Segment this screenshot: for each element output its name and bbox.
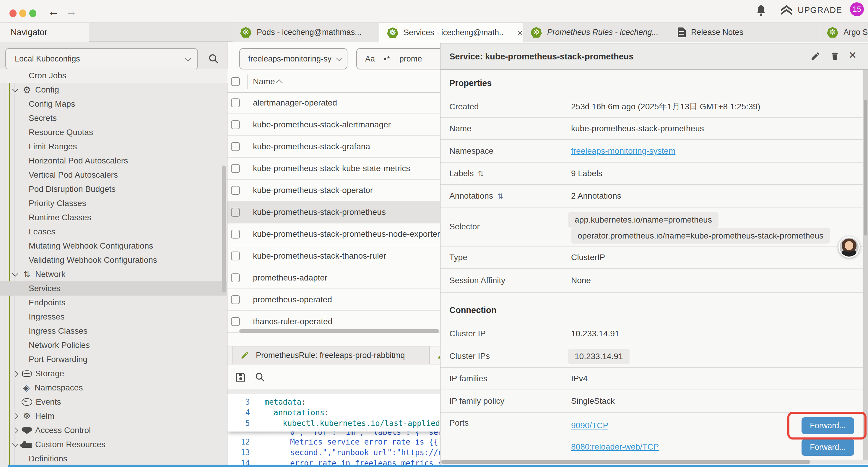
namespace-link[interactable]: freeleaps-monitoring-system	[571, 146, 675, 156]
sidebar-item-port-forwarding[interactable]: Port Forwarding	[0, 352, 227, 367]
bell-icon[interactable]	[756, 5, 766, 17]
window-minimize-button[interactable]	[19, 9, 26, 17]
trash-icon[interactable]	[830, 51, 840, 61]
tab-services[interactable]: Services - icecheng@math...	[379, 23, 523, 42]
sidebar-item-pod-disruption-budgets[interactable]: Pod Disruption Budgets	[0, 182, 227, 196]
namespace-select[interactable]: freeleaps-monitoring-system	[239, 48, 347, 69]
row-checkbox[interactable]	[231, 120, 240, 129]
sort-ascending-icon[interactable]	[276, 80, 282, 86]
row-checkbox[interactable]	[231, 164, 240, 173]
sidebar-item-endpoints[interactable]: Endpoints	[0, 296, 227, 310]
table-row[interactable]: kube-prometheus-stack-thanos-ruler	[227, 245, 440, 267]
forward-button[interactable]: Forward...	[802, 439, 854, 456]
sidebar-item-access-control[interactable]: Access Control	[0, 423, 227, 437]
edit-pencil-icon[interactable]	[810, 51, 820, 61]
sidebar-item-config-maps[interactable]: Config Maps	[0, 97, 227, 111]
editor-tab-next[interactable]	[429, 346, 440, 364]
window-zoom-button[interactable]	[29, 9, 36, 17]
tab-release-notes[interactable]: Release Notes	[670, 23, 819, 42]
table-row[interactable]: kube-prometheus-stack-prometheus	[227, 202, 440, 224]
name-column-header[interactable]: Name	[253, 71, 275, 92]
sidebar-item-cron-jobs[interactable]: Cron Jobs	[0, 68, 227, 83]
chevron-down-icon[interactable]	[12, 86, 18, 92]
sidebar-item-services[interactable]: Services	[0, 282, 227, 296]
navigator-tab[interactable]: Navigator	[0, 23, 89, 42]
expand-collapse-icon[interactable]	[478, 169, 484, 178]
tab-pods[interactable]: Pods - icecheng@mathmas...	[232, 23, 379, 42]
scrollbar-thumb[interactable]	[864, 99, 867, 236]
sidebar-item-mutating-webhook-configurations[interactable]: Mutating Webhook Configurations	[0, 239, 227, 253]
sidebar-item-resource-quotas[interactable]: Resource Quotas	[0, 125, 227, 140]
sidebar-item-ingresses[interactable]: Ingresses	[0, 310, 227, 324]
close-icon[interactable]	[849, 48, 857, 62]
table-row[interactable]: kube-prometheus-stack-kube-state-metrics	[227, 158, 440, 180]
chevron-right-icon[interactable]	[12, 413, 18, 419]
sidebar-item-network[interactable]: Network	[0, 267, 227, 282]
notification-badge[interactable]: 15	[850, 2, 864, 16]
sidebar-item-secrets[interactable]: Secrets	[0, 111, 227, 125]
chevron-down-icon[interactable]	[12, 440, 18, 447]
code-link[interactable]: https://netdata.freeleaps.com	[401, 448, 440, 457]
detail-vertical-scrollbar[interactable]	[863, 70, 868, 460]
match-case-icon[interactable]: Aa	[365, 54, 375, 63]
chevron-down-icon[interactable]	[12, 270, 18, 276]
filter-search-input[interactable]: Aa ▪* prome	[356, 48, 440, 69]
chevron-right-icon[interactable]	[12, 427, 18, 433]
sidebar-item-runtime-classes[interactable]: Runtime Classes	[0, 210, 227, 225]
forward-arrow-icon[interactable]	[66, 6, 77, 17]
sidebar-scrollbar[interactable]	[222, 166, 226, 293]
editor-tab-prometheusrule[interactable]: PrometheusRule: freeleaps-prod-rabbitmq	[232, 346, 429, 364]
chevron-right-icon[interactable]	[12, 370, 18, 377]
sidebar-item-custom-resources[interactable]: Custom Resources	[0, 437, 227, 451]
row-checkbox[interactable]	[231, 317, 240, 326]
editor-search-icon[interactable]	[255, 372, 265, 382]
row-checkbox[interactable]	[231, 252, 240, 260]
tab-argo[interactable]: Argo Se	[819, 23, 868, 42]
sidebar-item-network-policies[interactable]: Network Policies	[0, 338, 227, 352]
sidebar-item-events[interactable]: Events	[0, 395, 227, 409]
select-all-checkbox[interactable]	[231, 77, 240, 86]
row-checkbox[interactable]	[231, 208, 240, 217]
scrollbar-thumb[interactable]	[441, 460, 810, 464]
table-row[interactable]: prometheus-adapter	[227, 267, 440, 289]
table-row[interactable]: kube-prometheus-stack-grafana	[227, 136, 440, 158]
table-row[interactable]: alertmanager-operated	[227, 92, 440, 114]
row-checkbox[interactable]	[231, 142, 240, 151]
port-link[interactable]: 8080:reloader-web/TCP	[571, 442, 659, 451]
table-horizontal-scrollbar[interactable]	[239, 329, 439, 333]
upgrade-button[interactable]: UPGRADE	[780, 4, 842, 16]
sidebar-item-namespaces[interactable]: Namespaces	[0, 381, 227, 395]
sidebar-search-icon[interactable]	[208, 53, 219, 64]
yaml-editor[interactable]: 0", "for": "1m", "labels": { "service": …	[227, 394, 440, 467]
back-arrow-icon[interactable]	[48, 6, 59, 17]
regex-icon[interactable]: ▪*	[384, 55, 391, 63]
row-checkbox[interactable]	[231, 230, 240, 238]
table-row[interactable]: kube-prometheus-stack-alertmanager	[227, 114, 440, 136]
row-checkbox[interactable]	[231, 98, 240, 107]
table-row[interactable]: prometheus-operated	[227, 289, 440, 311]
sidebar-item-priority-classes[interactable]: Priority Classes	[0, 196, 227, 210]
sidebar-item-ingress-classes[interactable]: Ingress Classes	[0, 324, 227, 338]
row-checkbox[interactable]	[231, 295, 240, 304]
sidebar-item-validating-webhook-configurations[interactable]: Validating Webhook Configurations	[0, 253, 227, 267]
sidebar-item-horizontal-pod-autoscalers[interactable]: Horizontal Pod Autoscalers	[0, 154, 227, 168]
sidebar-item-helm[interactable]: Helm	[0, 409, 227, 423]
kubeconfig-select[interactable]: Local Kubeconfigs	[5, 48, 198, 69]
port-link[interactable]: 9090/TCP	[571, 421, 608, 430]
row-checkbox[interactable]	[231, 186, 240, 195]
sidebar-item-config[interactable]: Config	[0, 83, 227, 97]
tab-prometheus-rules[interactable]: Prometheus Rules - icecheng...	[523, 23, 670, 42]
user-avatar[interactable]	[838, 236, 860, 258]
sidebar-item-limit-ranges[interactable]: Limit Ranges	[0, 140, 227, 154]
table-row[interactable]: kube-prometheus-stack-prometheus-node-ex…	[227, 224, 440, 245]
table-row[interactable]: kube-prometheus-stack-operator	[227, 180, 440, 202]
detail-horizontal-scrollbar[interactable]	[440, 460, 868, 464]
save-icon[interactable]	[235, 372, 246, 383]
sidebar-item-storage[interactable]: Storage	[0, 367, 227, 381]
sidebar-item-leases[interactable]: Leases	[0, 225, 227, 239]
sidebar-item-definitions[interactable]: Definitions	[0, 451, 227, 466]
tab-close-icon[interactable]	[517, 28, 523, 38]
window-close-button[interactable]	[9, 9, 17, 17]
expand-collapse-icon[interactable]	[497, 191, 503, 201]
row-checkbox[interactable]	[231, 273, 240, 282]
